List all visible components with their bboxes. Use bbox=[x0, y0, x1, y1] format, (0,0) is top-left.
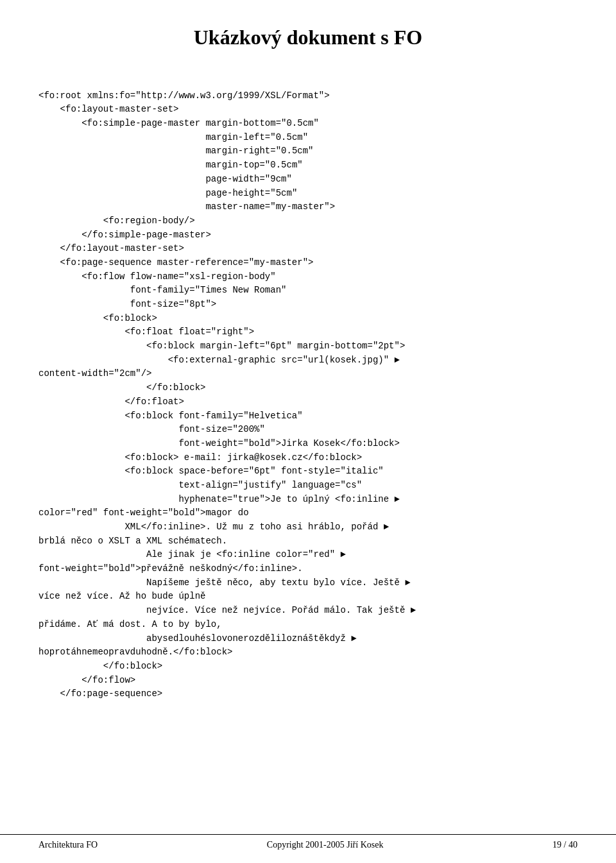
page-title: Ukázkový dokument s FO bbox=[38, 26, 578, 49]
code-block: <fo:root xmlns:fo="http://www.w3.org/199… bbox=[38, 75, 578, 701]
footer: Architektura FO Copyright 2001-2005 Jiří… bbox=[0, 834, 616, 850]
page-container: Ukázkový dokument s FO <fo:root xmlns:fo… bbox=[0, 0, 616, 863]
footer-left: Architektura FO bbox=[38, 840, 98, 850]
footer-center: Copyright 2001-2005 Jiří Kosek bbox=[267, 840, 384, 850]
footer-right: 19 / 40 bbox=[552, 840, 578, 850]
